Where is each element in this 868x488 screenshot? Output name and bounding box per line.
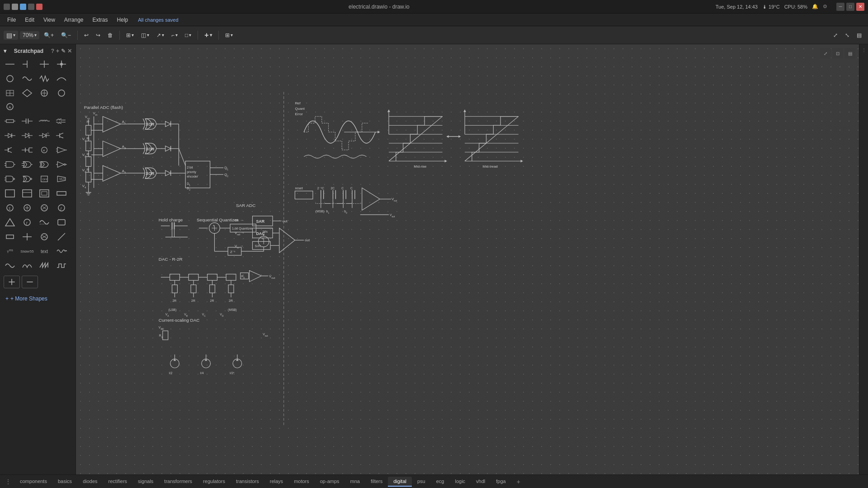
shape-box4[interactable] — [53, 187, 70, 200]
shape-circle-a[interactable]: A — [2, 100, 18, 113]
tab-transformers[interactable]: transformers — [159, 477, 198, 487]
shape-sum-sym[interactable] — [19, 202, 35, 214]
more-shapes-button[interactable]: + + More Shapes — [2, 294, 74, 304]
tab-ecg[interactable]: ecg — [431, 477, 450, 487]
shape-box2[interactable] — [19, 187, 35, 200]
tab-psu[interactable]: psu — [412, 477, 431, 487]
shape-f-circle[interactable]: ƒ — [19, 216, 35, 229]
tab-basics[interactable]: basics — [52, 477, 77, 487]
shape-mosfet-n[interactable]: M — [36, 144, 52, 156]
shape-bjt[interactable] — [53, 129, 70, 142]
shape-circle-sym[interactable]: Σ — [2, 202, 18, 214]
shape-wave2[interactable] — [2, 259, 18, 272]
tab-menu-button[interactable]: ⋮ — [4, 477, 13, 487]
shape-sine[interactable] — [19, 72, 35, 85]
tab-rectifiers[interactable]: rectifiers — [103, 477, 133, 487]
tab-op-amps[interactable]: op-amps — [315, 477, 345, 487]
zoom-out-button[interactable]: 🔍− — [58, 30, 74, 40]
shape-pnp[interactable] — [2, 144, 18, 156]
style-button[interactable]: ◫ ▾ — [138, 30, 152, 40]
tab-add-button[interactable]: + — [513, 476, 524, 487]
shape-xor-gate[interactable] — [36, 158, 52, 171]
shape-resistor[interactable] — [2, 115, 18, 127]
menu-edit[interactable]: Edit — [21, 15, 38, 24]
tab-transistors[interactable]: transistors — [231, 477, 264, 487]
shape-box3[interactable] — [36, 187, 52, 200]
shape-inductor[interactable] — [36, 115, 52, 127]
shape-f-sym[interactable]: ƒ — [53, 202, 70, 214]
shape-tri-up[interactable] — [2, 216, 18, 229]
scratchpad-add-icon[interactable]: + — [56, 48, 59, 54]
shape-text-tms[interactable]: Tms — [2, 245, 18, 258]
shape-circle[interactable] — [2, 72, 18, 85]
redo-button[interactable]: ↪ — [93, 30, 103, 40]
menu-extras[interactable]: Extras — [89, 15, 112, 24]
format-button[interactable]: ⊞ ▾ — [123, 30, 137, 40]
tab-regulators[interactable]: regulators — [198, 477, 231, 487]
zoom-control[interactable]: 70% ▾ — [20, 31, 39, 39]
shape-capacitor[interactable] — [19, 115, 35, 127]
shape-circle-x[interactable] — [36, 230, 52, 243]
maximize-button[interactable]: □ — [846, 3, 854, 11]
shape-jfet[interactable] — [19, 144, 35, 156]
shape-node[interactable] — [53, 58, 70, 70]
tab-fpga[interactable]: fpga — [491, 477, 511, 487]
fit-page-button[interactable]: ⤢ — [820, 48, 831, 59]
shape-wave3[interactable] — [19, 259, 35, 272]
reset-view-button[interactable]: ⊡ — [832, 48, 843, 59]
shape-wire-t[interactable] — [19, 58, 35, 70]
shape-led[interactable] — [36, 129, 52, 142]
shape-circle-o[interactable] — [53, 87, 70, 99]
right-panel-btn-1[interactable]: ⋮ — [860, 46, 868, 53]
collapse-button[interactable]: ⤡ — [842, 30, 852, 40]
shape-remove-button[interactable] — [22, 276, 38, 288]
shape-rect-sym[interactable] — [53, 216, 70, 229]
shape-arc[interactable] — [53, 72, 70, 85]
tab-relays[interactable]: relays — [264, 477, 288, 487]
tab-digital[interactable]: digital — [388, 477, 412, 487]
canvas-area[interactable]: Parallel ADC (flash) Vcc R V1 R V2 R V3 … — [76, 44, 859, 474]
tab-logic[interactable]: logic — [449, 477, 471, 487]
shape-add-button[interactable] — [4, 276, 20, 288]
shape-wire-h[interactable] — [2, 58, 18, 70]
delete-button[interactable]: 🗑 — [105, 30, 116, 40]
shape-zigzag[interactable] — [36, 72, 52, 85]
shape-wire-cross[interactable] — [36, 58, 52, 70]
tab-components[interactable]: components — [14, 477, 52, 487]
shape-box1[interactable] — [2, 187, 18, 200]
shape-dff[interactable]: DFF — [36, 173, 52, 185]
view-panel-toggle[interactable]: ▤ ▾ — [4, 31, 18, 40]
scratchpad-edit-icon[interactable]: ✎ — [61, 48, 66, 54]
shape-circle-plus[interactable] — [36, 87, 52, 99]
shape-diode[interactable] — [2, 129, 18, 142]
shape-mux[interactable]: MUX — [53, 173, 70, 185]
shape-zener[interactable] — [19, 129, 35, 142]
tab-filters[interactable]: filters — [365, 477, 388, 487]
shape-box-tiny[interactable] — [2, 230, 18, 243]
fullscreen-button[interactable]: ⤢ — [830, 30, 840, 40]
minimize-button[interactable]: ─ — [836, 3, 844, 11]
shape-cross[interactable] — [19, 230, 35, 243]
scratchpad-collapse-icon[interactable]: ▾ — [4, 48, 6, 54]
tab-diodes[interactable]: diodes — [77, 477, 103, 487]
scratchpad-help-icon[interactable]: ? — [51, 48, 54, 54]
shape-text-text[interactable]: text — [36, 245, 52, 258]
shape-sawtooth[interactable] — [36, 259, 52, 272]
close-button[interactable]: ✕ — [856, 3, 864, 11]
shape-times-sym[interactable] — [36, 202, 52, 214]
tab-vhdl[interactable]: vhdl — [471, 477, 491, 487]
shape-button[interactable]: □ ▾ — [182, 30, 194, 40]
menu-file[interactable]: File — [4, 15, 19, 24]
insert-button[interactable]: + ▾ — [202, 29, 214, 41]
shape-and-gate[interactable] — [2, 158, 18, 171]
table-button[interactable]: ⊞ ▾ — [222, 30, 236, 40]
zoom-in-button[interactable]: 🔍+ — [41, 30, 57, 40]
shape-transformer[interactable] — [53, 115, 70, 127]
tab-signals[interactable]: signals — [132, 477, 159, 487]
tab-motors[interactable]: motors — [288, 477, 315, 487]
undo-button[interactable]: ↩ — [81, 30, 91, 40]
shape-grid-sq[interactable] — [2, 87, 18, 99]
waypoint-button[interactable]: ↗ ▾ — [154, 30, 167, 40]
menu-view[interactable]: View — [40, 15, 59, 24]
shape-wave-sym[interactable] — [36, 216, 52, 229]
